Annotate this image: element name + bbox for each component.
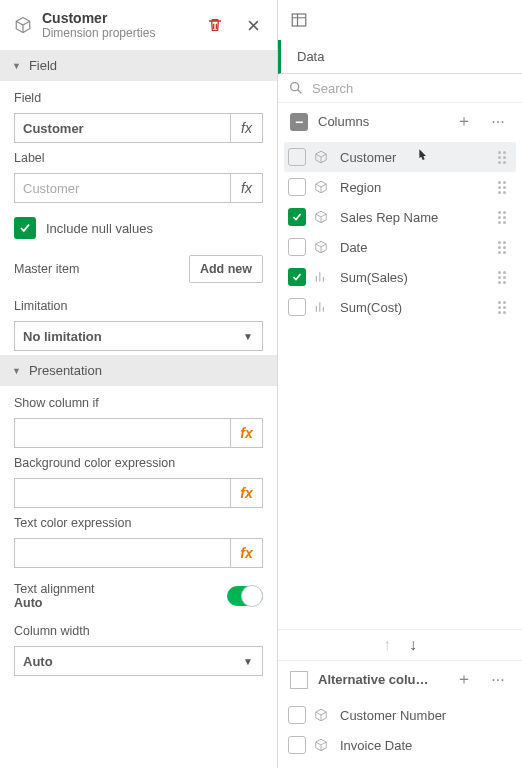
alt-checkbox[interactable] [290, 671, 308, 689]
field-section-content: Field fx Label fx Include null values Ma… [0, 81, 277, 355]
presentation-section-content: Show column if fx Background color expre… [0, 386, 277, 680]
cube-icon [314, 180, 332, 194]
chevron-down-icon: ▼ [12, 366, 21, 376]
fx-button-bg[interactable]: fx [231, 478, 263, 508]
drag-handle[interactable] [498, 301, 512, 314]
columns-label: Columns [318, 114, 442, 129]
fx-button-show-if[interactable]: fx [231, 418, 263, 448]
fx-button-field[interactable]: fx [231, 113, 263, 143]
cube-icon [314, 738, 332, 752]
section-field[interactable]: ▼ Field [0, 50, 277, 81]
col-width-value: Auto [15, 654, 234, 669]
column-checkbox[interactable] [288, 208, 306, 226]
show-if-input[interactable] [14, 418, 231, 448]
text-align-toggle[interactable] [227, 586, 263, 606]
field-label: Field [14, 91, 263, 105]
view-mode-bar [278, 0, 522, 40]
col-width-select[interactable]: Auto ▼ [14, 646, 263, 676]
add-new-button[interactable]: Add new [189, 255, 263, 283]
properties-panel: Customer Dimension properties ▼ Field Fi… [0, 0, 278, 768]
bar-icon [314, 270, 332, 284]
tab-data[interactable]: Data [278, 40, 522, 74]
limitation-select[interactable]: No limitation ▼ [14, 321, 263, 351]
chevron-down-icon: ▼ [12, 61, 21, 71]
bg-expr-input[interactable] [14, 478, 231, 508]
column-checkbox[interactable] [288, 298, 306, 316]
alt-columns-list: Customer NumberInvoice Date [278, 698, 522, 768]
column-row[interactable]: Sum(Cost) [284, 292, 516, 322]
field-input[interactable] [14, 113, 231, 143]
column-checkbox[interactable] [288, 148, 306, 166]
bar-icon [314, 300, 332, 314]
column-label: Invoice Date [340, 738, 512, 753]
panel-subtitle: Dimension properties [42, 26, 191, 40]
cube-icon [314, 240, 332, 254]
cube-icon [314, 708, 332, 722]
column-row[interactable]: Customer Number [284, 700, 516, 730]
columns-header: − Columns ＋ ··· [278, 103, 522, 140]
svg-point-1 [291, 83, 299, 91]
text-expr-label: Text color expression [14, 516, 263, 530]
section-presentation-label: Presentation [29, 363, 102, 378]
move-up-button[interactable]: ↑ [383, 636, 391, 654]
column-label: Region [340, 180, 490, 195]
columns-list: CustomerRegionSales Rep NameDateSum(Sale… [278, 140, 522, 330]
column-checkbox[interactable] [288, 238, 306, 256]
move-down-button[interactable]: ↓ [409, 636, 417, 654]
fx-button-text[interactable]: fx [231, 538, 263, 568]
label-input[interactable] [14, 173, 231, 203]
alt-more-button[interactable]: ··· [486, 671, 510, 689]
alt-columns-header: Alternative colu… ＋ ··· [278, 660, 522, 698]
cube-icon [14, 16, 32, 34]
column-row[interactable]: Region [284, 172, 516, 202]
include-null-row[interactable]: Include null values [14, 211, 263, 239]
chevron-down-icon: ▼ [234, 656, 262, 667]
table-icon[interactable] [290, 11, 308, 29]
column-checkbox[interactable] [288, 736, 306, 754]
column-checkbox[interactable] [288, 706, 306, 724]
include-null-label: Include null values [46, 221, 153, 236]
text-expr-input[interactable] [14, 538, 231, 568]
close-button[interactable] [239, 11, 267, 39]
svg-rect-0 [292, 14, 306, 26]
label-label: Label [14, 151, 263, 165]
column-checkbox[interactable] [288, 268, 306, 286]
column-label: Sum(Sales) [340, 270, 490, 285]
limitation-value: No limitation [15, 329, 234, 344]
column-checkbox[interactable] [288, 178, 306, 196]
drag-handle[interactable] [498, 151, 512, 164]
drag-handle[interactable] [498, 241, 512, 254]
drag-handle[interactable] [498, 181, 512, 194]
column-row[interactable]: Invoice Date [284, 730, 516, 760]
panel-header: Customer Dimension properties [0, 0, 277, 50]
drag-handle[interactable] [498, 211, 512, 224]
add-column-button[interactable]: ＋ [452, 111, 476, 132]
text-align-value: Auto [14, 596, 95, 610]
master-item-label: Master item [14, 262, 79, 276]
column-label: Sales Rep Name [340, 210, 490, 225]
search-icon [288, 80, 304, 96]
search-row [278, 74, 522, 103]
data-panel: Data − Columns ＋ ··· CustomerRegionSales… [278, 0, 522, 768]
text-align-label: Text alignment [14, 582, 95, 596]
collapse-columns-button[interactable]: − [290, 113, 308, 131]
column-row[interactable]: Date [284, 232, 516, 262]
column-row[interactable]: Customer [284, 142, 516, 172]
search-input[interactable] [312, 81, 510, 96]
include-null-checkbox[interactable] [14, 217, 36, 239]
column-label: Sum(Cost) [340, 300, 490, 315]
section-field-label: Field [29, 58, 57, 73]
add-alt-button[interactable]: ＋ [452, 669, 476, 690]
reorder-row: ↑ ↓ [278, 629, 522, 660]
columns-more-button[interactable]: ··· [486, 113, 510, 131]
column-row[interactable]: Sum(Sales) [284, 262, 516, 292]
cube-icon [314, 150, 332, 164]
bg-expr-label: Background color expression [14, 456, 263, 470]
column-label: Customer Number [340, 708, 512, 723]
fx-button-label[interactable]: fx [231, 173, 263, 203]
column-row[interactable]: Sales Rep Name [284, 202, 516, 232]
drag-handle[interactable] [498, 271, 512, 284]
column-label: Date [340, 240, 490, 255]
section-presentation[interactable]: ▼ Presentation [0, 355, 277, 386]
delete-button[interactable] [201, 11, 229, 39]
